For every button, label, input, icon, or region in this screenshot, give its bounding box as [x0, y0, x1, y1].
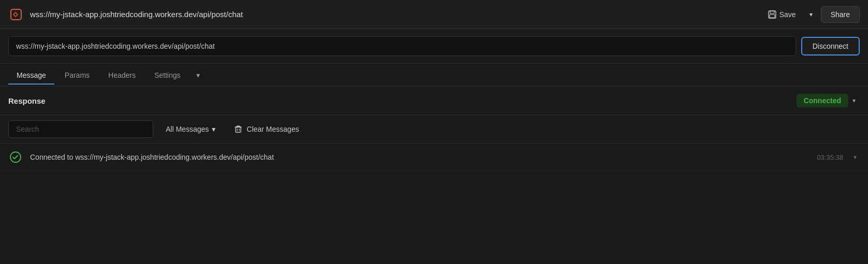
message-timestamp: 03:35:38	[817, 154, 843, 161]
share-button[interactable]: Share	[821, 6, 860, 23]
trash-icon	[234, 125, 242, 133]
tab-params[interactable]: Params	[56, 67, 98, 85]
svg-rect-0	[11, 9, 21, 20]
all-messages-button[interactable]: All Messages ▾	[160, 121, 222, 137]
page-title: wss://my-jstack-app.joshtriedcoding.work…	[30, 10, 757, 19]
tab-message[interactable]: Message	[8, 67, 54, 85]
search-input[interactable]	[8, 120, 153, 138]
save-button[interactable]: Save	[763, 7, 801, 22]
tabs-row: Message Params Headers Settings ▾	[0, 64, 868, 87]
response-title: Response	[8, 96, 797, 105]
clear-messages-button[interactable]: Clear Messages	[228, 121, 305, 137]
connected-dropdown-button[interactable]: ▾	[848, 95, 860, 106]
response-header: Response Connected ▾	[0, 87, 868, 115]
save-icon	[768, 10, 776, 19]
svg-rect-3	[770, 15, 775, 18]
tab-headers[interactable]: Headers	[100, 67, 144, 85]
disconnect-button[interactable]: Disconnect	[801, 37, 860, 55]
top-bar-actions: Save ▾ Share	[763, 6, 860, 23]
svg-rect-4	[236, 127, 241, 132]
connected-badge[interactable]: Connected	[797, 94, 848, 107]
tab-settings[interactable]: Settings	[146, 67, 189, 85]
message-row: Connected to wss://my-jstack-app.joshtri…	[0, 144, 868, 171]
message-text: Connected to wss://my-jstack-app.joshtri…	[30, 153, 809, 161]
top-bar: wss://my-jstack-app.joshtriedcoding.work…	[0, 0, 868, 29]
url-row: Disconnect	[0, 29, 868, 64]
toolbar-row: All Messages ▾ Clear Messages	[0, 115, 868, 144]
svg-rect-2	[770, 11, 774, 13]
app-logo	[8, 7, 24, 22]
check-circle-icon	[8, 150, 23, 164]
save-dropdown-button[interactable]: ▾	[805, 8, 817, 21]
more-tabs-button[interactable]: ▾	[191, 67, 205, 84]
message-expand-button[interactable]: ▾	[850, 151, 860, 163]
url-input[interactable]	[8, 36, 796, 56]
